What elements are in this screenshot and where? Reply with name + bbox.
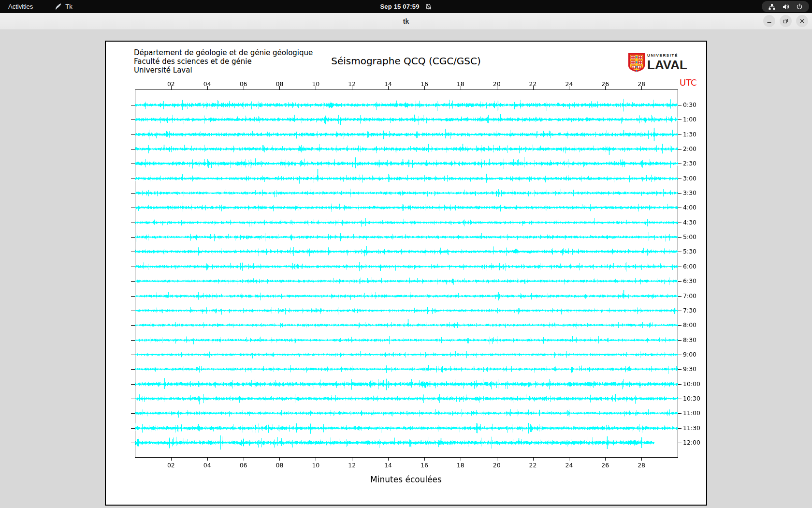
x-tick-label-top: 12 [348,80,356,88]
utc-time-label: 7:00 [683,292,696,299]
seismograph-figure: Département de géologie et de génie géol… [105,41,707,506]
notifications-disabled-icon [425,3,432,10]
activities-button[interactable]: Activities [0,0,41,13]
restore-icon [783,18,788,24]
utc-time-label: 2:30 [683,160,696,167]
x-tick-label-bottom: 18 [457,462,464,469]
utc-time-label: 3:30 [683,189,696,196]
utc-time-label: 11:30 [683,424,700,432]
x-tick-label-bottom: 22 [529,462,537,469]
x-tick-label-bottom: 28 [638,462,645,469]
utc-time-label: 3:00 [683,175,696,182]
utc-time-label: 9:30 [683,365,696,373]
x-tick-label-top: 02 [167,80,175,88]
x-tick-label-top: 28 [638,80,645,88]
x-tick-label-top: 20 [493,80,501,88]
tk-feather-icon [55,3,62,10]
utc-time-label: 2:00 [683,145,696,152]
minimize-icon [767,18,772,24]
utc-time-label: 6:30 [683,277,696,284]
x-tick-label-top: 06 [240,80,247,88]
utc-time-label: 0:30 [683,101,696,108]
clock-menu-button[interactable]: Sep 15 07:59 [380,0,432,13]
window-title: tk [403,17,409,25]
utc-time-label: 5:30 [683,248,696,255]
restore-button[interactable] [780,15,792,27]
x-tick-label-bottom: 10 [312,462,319,469]
utc-time-label: 10:00 [683,380,700,388]
power-icon [796,3,803,10]
x-tick-label-bottom: 12 [348,462,356,469]
gnome-top-bar: Activities Tk Sep 15 07:59 [0,0,812,13]
x-tick-label-top: 18 [457,80,464,88]
x-tick-label-bottom: 26 [601,462,609,469]
volume-icon [782,3,790,10]
app-indicator-tk[interactable]: Tk [55,3,72,10]
network-wired-icon [768,3,776,10]
utc-time-label: 7:30 [683,307,696,314]
close-button[interactable] [796,15,808,27]
x-tick-label-bottom: 16 [420,462,428,469]
utc-time-label: 1:00 [683,116,696,123]
utc-time-label: 10:30 [683,395,700,402]
x-tick-label-top: 10 [312,80,319,88]
x-tick-label-bottom: 08 [276,462,284,469]
x-tick-label-top: 16 [420,80,428,88]
utc-time-label: 1:30 [683,131,696,138]
app-indicator-label: Tk [65,3,72,10]
window-content: Département de géologie et de génie géol… [0,30,812,508]
x-tick-label-bottom: 04 [203,462,211,469]
utc-time-label: 8:00 [683,321,696,329]
x-tick-label-bottom: 02 [167,462,175,469]
x-axis-title: Minutes écoulées [370,475,442,484]
clock-label: Sep 15 07:59 [380,3,419,10]
utc-time-label: 5:00 [683,233,696,240]
x-tick-label-top: 14 [384,80,392,88]
top-bar-left: Activities Tk [0,0,72,13]
x-tick-label-top: 24 [565,80,573,88]
utc-time-label: 8:30 [683,336,696,344]
x-tick-label-top: 22 [529,80,537,88]
x-tick-label-top: 04 [203,80,211,88]
system-status-area[interactable] [762,1,809,12]
window-controls [763,15,808,27]
x-tick-label-top: 08 [276,80,284,88]
minimize-button[interactable] [763,15,775,27]
x-tick-label-bottom: 24 [565,462,573,469]
utc-time-label: 9:00 [683,351,696,358]
seismogram-plot [106,42,708,507]
utc-time-label: 11:00 [683,409,700,417]
close-icon [799,18,805,24]
x-tick-label-top: 26 [601,80,609,88]
utc-time-label: 4:00 [683,204,696,211]
x-tick-label-bottom: 14 [384,462,392,469]
utc-time-label: 12:00 [683,439,700,446]
system-status-pill [762,1,809,12]
desktop: { "top_bar": { "activities_label": "Acti… [0,0,812,508]
x-tick-label-bottom: 06 [240,462,247,469]
activities-label: Activities [8,3,33,10]
utc-time-label: 4:30 [683,219,696,226]
x-tick-label-bottom: 20 [493,462,501,469]
window-titlebar: tk [0,13,812,30]
utc-time-label: 6:00 [683,263,696,270]
